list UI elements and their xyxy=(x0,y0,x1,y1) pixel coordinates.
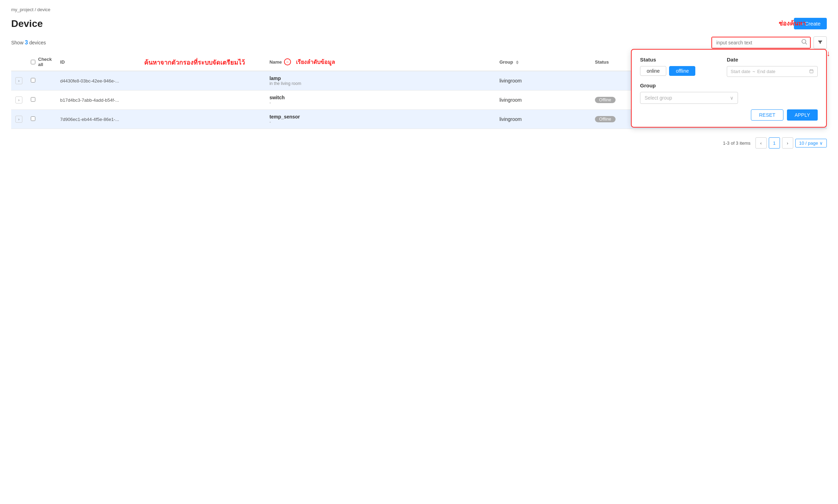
check-all-header: Check all xyxy=(27,53,56,71)
pagination-info: 1-3 of 3 items xyxy=(723,141,751,146)
name-sort-icon[interactable]: ○ xyxy=(284,58,291,65)
toolbar-row: Show 3 devices ค้นหาจากตัวกรองที่ระบบจัด… xyxy=(11,36,827,49)
filter-top-row: Status online offline Date Start date ~ … xyxy=(640,57,818,77)
check-all-checkbox[interactable] xyxy=(31,60,35,64)
row-3-checkbox[interactable] xyxy=(31,116,35,121)
page-1-button[interactable]: 1 xyxy=(769,137,780,149)
row-1-name: lamp in the living room xyxy=(265,71,495,91)
search-icon-button[interactable] xyxy=(802,39,807,46)
page-title: Device xyxy=(11,18,43,29)
date-title: Date xyxy=(727,57,818,63)
row-3-group: livingroom xyxy=(495,110,591,129)
arrow-annotation: ↓ xyxy=(826,49,830,58)
status-offline-button[interactable]: offline xyxy=(669,66,695,76)
row-1-checkbox[interactable] xyxy=(31,78,35,82)
apply-button[interactable]: APPLY xyxy=(787,109,818,121)
header-row: Device + Create xyxy=(11,18,827,29)
calendar-icon xyxy=(809,69,814,74)
svg-rect-0 xyxy=(810,70,813,73)
search-input-wrapper xyxy=(711,37,811,49)
search-filter-area: ช่องค้นหา ↓ xyxy=(711,36,827,49)
row-1-group: livingroom xyxy=(495,71,591,91)
chevron-down-icon: ∨ xyxy=(819,141,823,146)
prev-page-button[interactable]: ‹ xyxy=(755,137,767,149)
end-date-placeholder: End date xyxy=(757,69,775,74)
annotation-filter: ค้นหาจากตัวกรองที่ระบบจัดเตรียมไว้ xyxy=(144,57,245,67)
start-date-placeholder: Start date xyxy=(731,69,750,74)
group-section: Group Select group ∨ xyxy=(640,82,818,104)
status-section: Status online offline xyxy=(640,57,713,77)
group-sort-icon xyxy=(516,60,519,64)
reset-button[interactable]: RESET xyxy=(751,109,783,121)
filter-button[interactable] xyxy=(814,36,827,49)
row-2-id: b17d4bc3-7abb-4add-b54f-... xyxy=(56,91,265,110)
group-select[interactable]: Select group ∨ xyxy=(640,92,738,104)
row-2-name: switch - xyxy=(265,91,495,110)
row-2-group: livingroom xyxy=(495,91,591,110)
show-count: Show 3 devices xyxy=(11,39,46,46)
expand-row-3[interactable]: › xyxy=(15,116,22,123)
group-header: Group xyxy=(495,53,591,71)
breadcrumb: my_project / device xyxy=(11,7,827,12)
expand-header xyxy=(11,53,27,71)
name-header: Name ○ เรียงลำดับข้อมูล xyxy=(265,53,495,71)
row-2-checkbox[interactable] xyxy=(31,97,35,102)
search-icon xyxy=(802,39,807,45)
group-title: Group xyxy=(640,82,818,88)
page-size-button[interactable]: 10 / page ∨ xyxy=(795,139,827,147)
filter-icon xyxy=(817,39,823,45)
date-range[interactable]: Start date ~ End date xyxy=(727,66,818,77)
search-input[interactable] xyxy=(712,37,810,48)
chevron-down-icon: ∨ xyxy=(730,95,733,101)
pagination-row: 1-3 of 3 items ‹ 1 › 10 / page ∨ xyxy=(11,137,827,149)
row-1-id: d4430fe8-03bc-42ee-946e-... xyxy=(56,71,265,91)
annotation-search-channel: ช่องค้นหา xyxy=(779,18,806,28)
next-page-button[interactable]: › xyxy=(782,137,793,149)
status-buttons: online offline xyxy=(640,66,713,76)
row-3-id: 7d906ec1-eb44-4f5e-86e1-... xyxy=(56,110,265,129)
status-online-button[interactable]: online xyxy=(640,66,666,76)
expand-row-1[interactable]: › xyxy=(15,77,22,84)
row-3-name: temp_sensor - xyxy=(265,110,495,129)
annotation-sort: เรียงลำดับข้อมูล xyxy=(296,58,335,66)
date-section: Date Start date ~ End date xyxy=(727,57,818,77)
status-title: Status xyxy=(640,57,713,63)
filter-actions: RESET APPLY xyxy=(640,109,818,121)
filter-panel: Status online offline Date Start date ~ … xyxy=(631,49,827,128)
expand-row-2[interactable]: › xyxy=(15,96,22,103)
